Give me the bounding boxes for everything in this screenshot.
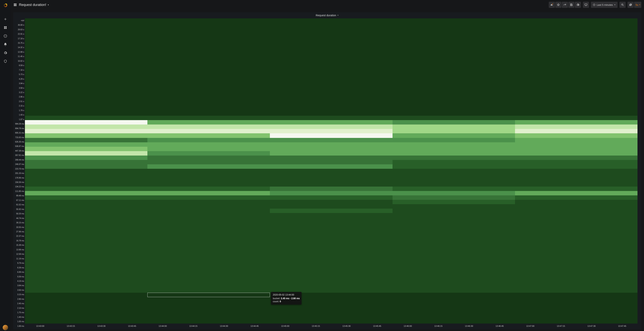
heatmap-cell[interactable] bbox=[515, 226, 638, 231]
heatmap-cell[interactable] bbox=[270, 284, 392, 288]
heatmap-cell[interactable] bbox=[270, 217, 392, 222]
heatmap-cell[interactable] bbox=[270, 147, 392, 151]
heatmap-cell[interactable] bbox=[148, 191, 270, 195]
heatmap-cell[interactable] bbox=[515, 67, 638, 71]
heatmap-cell[interactable] bbox=[392, 49, 515, 54]
heatmap-cell[interactable] bbox=[270, 310, 392, 315]
heatmap-cell[interactable] bbox=[270, 262, 392, 266]
heatmap-cell[interactable] bbox=[270, 54, 392, 58]
heatmap-cell[interactable] bbox=[392, 310, 515, 315]
heatmap-cell[interactable] bbox=[392, 209, 515, 213]
heatmap-cell[interactable] bbox=[392, 240, 515, 244]
heatmap-cell[interactable] bbox=[25, 94, 148, 98]
heatmap-cell[interactable] bbox=[392, 302, 515, 306]
heatmap-cell[interactable] bbox=[25, 217, 148, 222]
heatmap-cell[interactable] bbox=[270, 213, 392, 217]
heatmap-cell[interactable] bbox=[392, 222, 515, 226]
heatmap-cell[interactable] bbox=[392, 120, 515, 124]
heatmap-cell[interactable] bbox=[25, 147, 148, 151]
heatmap-cell[interactable] bbox=[148, 76, 270, 80]
heatmap-cell[interactable] bbox=[25, 209, 148, 213]
heatmap-cell[interactable] bbox=[148, 187, 270, 191]
heatmap-cell[interactable] bbox=[392, 187, 515, 191]
heatmap-cell[interactable] bbox=[25, 297, 148, 302]
heatmap-cell[interactable] bbox=[515, 293, 638, 297]
heatmap-cell[interactable] bbox=[270, 116, 392, 120]
heatmap-cell[interactable] bbox=[25, 244, 148, 249]
heatmap-cell[interactable] bbox=[270, 302, 392, 306]
heatmap-cell[interactable] bbox=[25, 306, 148, 310]
heatmap-cell[interactable] bbox=[25, 124, 148, 129]
heatmap-cell[interactable] bbox=[148, 151, 270, 156]
heatmap-cell[interactable] bbox=[25, 63, 148, 67]
heatmap-cell[interactable] bbox=[392, 98, 515, 102]
heatmap-cell[interactable] bbox=[25, 27, 148, 32]
heatmap-cell[interactable] bbox=[148, 111, 270, 116]
heatmap-cell[interactable] bbox=[25, 310, 148, 315]
heatmap-cell[interactable] bbox=[25, 133, 148, 138]
heatmap-cell[interactable] bbox=[270, 209, 392, 213]
heatmap-cell[interactable] bbox=[515, 164, 638, 169]
heatmap-cell[interactable] bbox=[515, 160, 638, 164]
heatmap-cell[interactable] bbox=[392, 235, 515, 240]
heatmap-cell[interactable] bbox=[515, 133, 638, 138]
zoom-out-button[interactable] bbox=[620, 2, 626, 8]
heatmap-cell[interactable] bbox=[148, 231, 270, 235]
heatmap-cell[interactable] bbox=[515, 23, 638, 27]
share-button[interactable] bbox=[562, 2, 568, 8]
heatmap-cell[interactable] bbox=[148, 284, 270, 288]
heatmap-cell[interactable] bbox=[515, 40, 638, 45]
heatmap-cell[interactable] bbox=[148, 209, 270, 213]
heatmap-cell[interactable] bbox=[148, 156, 270, 160]
heatmap-cell[interactable] bbox=[515, 315, 638, 319]
grafana-logo[interactable] bbox=[2, 2, 9, 9]
heatmap-cell[interactable] bbox=[515, 262, 638, 266]
heatmap-cell[interactable] bbox=[515, 80, 638, 85]
heatmap-cell[interactable] bbox=[270, 297, 392, 302]
heatmap-cell[interactable] bbox=[515, 129, 638, 133]
heatmap-cell[interactable] bbox=[270, 169, 392, 173]
heatmap-cell[interactable] bbox=[392, 58, 515, 63]
heatmap-cell[interactable] bbox=[515, 213, 638, 217]
heatmap-cell[interactable] bbox=[148, 116, 270, 120]
heatmap-cell[interactable] bbox=[270, 98, 392, 102]
heatmap-cell[interactable] bbox=[148, 124, 270, 129]
heatmap-cell[interactable] bbox=[392, 253, 515, 257]
heatmap-cell[interactable] bbox=[270, 80, 392, 85]
heatmap-cell[interactable] bbox=[515, 275, 638, 279]
heatmap-cell[interactable] bbox=[392, 142, 515, 147]
heatmap-cell[interactable] bbox=[270, 288, 392, 293]
heatmap-cell[interactable] bbox=[392, 76, 515, 80]
heatmap-cell[interactable] bbox=[148, 297, 270, 302]
heatmap-cell[interactable] bbox=[148, 45, 270, 49]
heatmap-cell[interactable] bbox=[25, 249, 148, 253]
star-button[interactable] bbox=[555, 2, 562, 8]
heatmap-cell[interactable] bbox=[270, 257, 392, 262]
heatmap-cell[interactable] bbox=[515, 138, 638, 142]
heatmap-cell[interactable] bbox=[515, 187, 638, 191]
heatmap-cell[interactable] bbox=[25, 151, 148, 156]
heatmap-cell[interactable] bbox=[25, 111, 148, 116]
heatmap-cell[interactable] bbox=[392, 45, 515, 49]
heatmap-cell[interactable] bbox=[148, 133, 270, 138]
heatmap-cell[interactable] bbox=[392, 297, 515, 302]
heatmap-cell[interactable] bbox=[25, 160, 148, 164]
heatmap-cell[interactable] bbox=[148, 302, 270, 306]
heatmap-cell[interactable] bbox=[25, 98, 148, 102]
heatmap-cell[interactable] bbox=[392, 80, 515, 85]
heatmap-cell[interactable] bbox=[25, 271, 148, 275]
refresh-button[interactable] bbox=[628, 2, 634, 8]
nav-dashboards[interactable] bbox=[2, 24, 9, 31]
heatmap-cell[interactable] bbox=[25, 120, 148, 124]
heatmap-cell[interactable] bbox=[515, 200, 638, 204]
heatmap-cell[interactable] bbox=[148, 67, 270, 71]
heatmap-cell[interactable] bbox=[515, 107, 638, 111]
heatmap-cell[interactable] bbox=[25, 226, 148, 231]
heatmap-cell[interactable] bbox=[25, 262, 148, 266]
heatmap-cell[interactable] bbox=[515, 191, 638, 195]
heatmap-cell[interactable] bbox=[148, 58, 270, 63]
heatmap-cell[interactable] bbox=[25, 257, 148, 262]
heatmap-cell[interactable] bbox=[392, 226, 515, 231]
heatmap-cell[interactable] bbox=[515, 120, 638, 124]
heatmap-cell[interactable] bbox=[25, 280, 148, 284]
